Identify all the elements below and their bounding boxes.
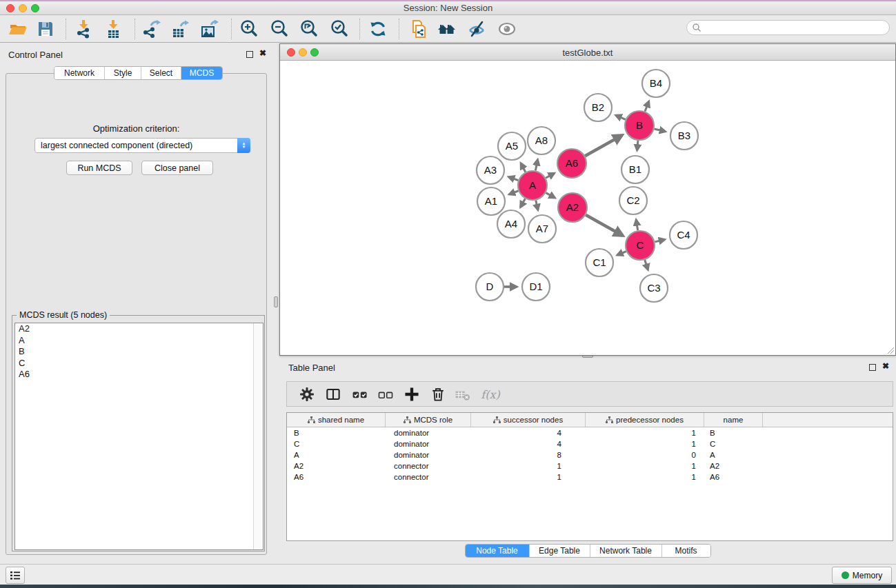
table-row[interactable]: A6connector11A6 [287, 472, 893, 483]
scrollbar-track[interactable] [253, 323, 263, 549]
close-table-panel-icon[interactable]: ✖ [882, 361, 889, 371]
float-table-panel-icon[interactable] [869, 364, 876, 371]
network-window-titlebar[interactable]: testGlobe.txt [280, 44, 895, 61]
home-icon[interactable] [435, 17, 459, 41]
float-panel-icon[interactable] [246, 51, 253, 58]
edge-A-A5[interactable] [521, 163, 526, 172]
edge-B-B2[interactable] [616, 115, 626, 119]
close-panel-icon[interactable]: ✖ [259, 48, 266, 58]
node-B[interactable]: B [625, 111, 654, 140]
birds-eye-view-icon[interactable] [495, 17, 519, 41]
mcds-result-item[interactable]: A [15, 335, 263, 347]
node-C3[interactable]: C3 [640, 274, 668, 302]
node-table[interactable]: shared nameMCDS rolesuccessor nodesprede… [286, 412, 893, 541]
duplicate-network-icon[interactable] [406, 17, 430, 41]
edge-B-B1[interactable] [637, 141, 638, 150]
node-B1[interactable]: B1 [621, 156, 649, 183]
table-row[interactable]: Cdominator41C [287, 438, 893, 449]
table-options-gear-icon[interactable] [295, 384, 319, 405]
edge-A-A8[interactable] [535, 159, 537, 170]
table-header-row[interactable]: shared nameMCDS rolesuccessor nodesprede… [287, 413, 893, 427]
open-session-icon[interactable] [6, 17, 30, 41]
zoom-selected-icon[interactable] [327, 17, 352, 41]
mcds-result-item[interactable]: C [15, 358, 263, 369]
node-A8[interactable]: A8 [528, 127, 555, 154]
edge-A-A6[interactable] [546, 173, 555, 178]
zoom-fit-icon[interactable] [297, 17, 321, 41]
tab-select[interactable]: Select [141, 67, 181, 79]
tab-node-table[interactable]: Node Table [466, 545, 529, 557]
column-visibility-icon[interactable] [321, 384, 345, 405]
deselect-all-checks-icon[interactable] [374, 384, 397, 405]
node-A[interactable]: A [518, 171, 547, 200]
delete-column-trash-icon[interactable] [426, 384, 450, 405]
table-row[interactable]: Adominator80A [287, 449, 893, 460]
node-A5[interactable]: A5 [498, 132, 526, 160]
node-B4[interactable]: B4 [642, 70, 670, 97]
edge-A2-C[interactable] [586, 215, 623, 236]
edge-C-C2[interactable] [636, 220, 637, 231]
import-table-icon[interactable] [101, 17, 126, 41]
tab-motifs[interactable]: Motifs [661, 545, 710, 557]
edge-A-A4[interactable] [521, 199, 526, 207]
tab-network[interactable]: Network [54, 67, 104, 79]
edge-C-C3[interactable] [645, 260, 648, 270]
edge-A6-B[interactable] [585, 135, 622, 156]
import-network-icon[interactable] [71, 17, 96, 41]
zoom-in-icon[interactable] [237, 17, 261, 41]
column-header-shared-name[interactable]: shared name [287, 413, 386, 427]
tab-edge-table[interactable]: Edge Table [529, 545, 590, 557]
close-panel-button[interactable]: Close panel [141, 161, 213, 175]
select-all-checks-icon[interactable] [348, 384, 372, 405]
zoom-out-icon[interactable] [267, 17, 292, 41]
run-mcds-button[interactable]: Run MCDS [66, 161, 132, 175]
network-canvas[interactable]: B4B2BB3A8A5A6B1A3AC2A1A2A4A7C4CC1C3DD1 [280, 61, 895, 355]
table-row[interactable]: A2connector11A2 [287, 460, 893, 472]
mcds-result-item[interactable]: A2 [15, 323, 263, 335]
node-C[interactable]: C [626, 231, 655, 260]
show-hide-graphics-icon[interactable] [464, 17, 489, 41]
node-C1[interactable]: C1 [586, 249, 613, 276]
column-header-name[interactable]: name [704, 413, 763, 427]
add-column-icon[interactable] [400, 384, 424, 405]
refresh-layout-icon[interactable] [366, 17, 390, 41]
save-session-icon[interactable] [33, 17, 58, 41]
export-image-icon[interactable] [197, 17, 222, 41]
table-row[interactable]: Bdominator41B [287, 427, 893, 438]
export-network-icon[interactable] [139, 17, 164, 41]
memory-button[interactable]: Memory [832, 567, 892, 584]
tab-network-table[interactable]: Network Table [590, 545, 661, 557]
column-header-predecessor-nodes[interactable]: predecessor nodes [586, 413, 704, 427]
node-C2[interactable]: C2 [619, 187, 647, 214]
export-table-icon[interactable] [168, 17, 192, 41]
node-C4[interactable]: C4 [670, 221, 697, 249]
node-A3[interactable]: A3 [477, 156, 504, 184]
node-A4[interactable]: A4 [497, 210, 525, 238]
edge-C-C1[interactable] [617, 252, 626, 255]
tab-style[interactable]: Style [104, 67, 141, 79]
node-A6[interactable]: A6 [557, 149, 586, 178]
vertical-splitter-handle[interactable] [274, 296, 278, 307]
edge-A-A3[interactable] [508, 176, 518, 180]
edge-A-A1[interactable] [509, 191, 518, 194]
node-D[interactable]: D [476, 273, 504, 301]
tab-mcds[interactable]: MCDS [181, 67, 222, 79]
mcds-result-item[interactable]: A6 [15, 369, 263, 381]
search-input[interactable] [701, 23, 889, 32]
edge-A-A2[interactable] [546, 193, 555, 198]
node-A7[interactable]: A7 [528, 215, 556, 243]
node-B3[interactable]: B3 [670, 122, 698, 150]
node-A2[interactable]: A2 [558, 193, 587, 222]
edge-A-A7[interactable] [536, 200, 538, 210]
window-resize-grip[interactable] [886, 346, 895, 354]
node-B2[interactable]: B2 [584, 94, 612, 121]
table-body[interactable]: Bdominator41BCdominator41CAdominator80AA… [287, 427, 893, 483]
search-field[interactable] [686, 20, 890, 35]
node-D1[interactable]: D1 [522, 273, 550, 301]
mcds-result-list[interactable]: A2ABCA6 [14, 323, 263, 550]
mcds-result-item[interactable]: B [15, 346, 263, 358]
edge-C-C4[interactable] [655, 239, 664, 241]
column-header-MCDS-role[interactable]: MCDS role [386, 413, 471, 427]
task-history-button[interactable] [6, 567, 25, 584]
criterion-dropdown[interactable]: largest connected component (directed) ▲… [34, 138, 250, 153]
